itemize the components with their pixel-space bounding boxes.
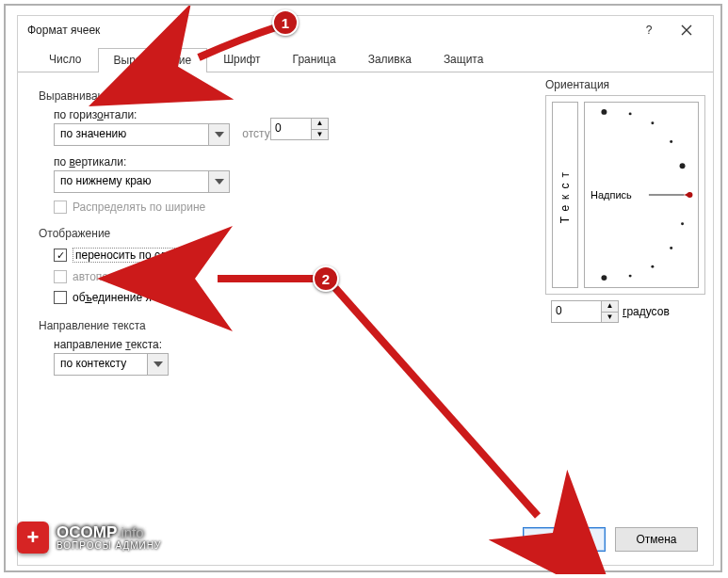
vertical-combo[interactable]: по нижнему краю [54, 170, 230, 193]
svg-point-12 [688, 192, 693, 198]
textdir-combo[interactable]: по контексту [54, 353, 169, 376]
orientation-vertical-button[interactable]: Текст [552, 102, 578, 288]
svg-point-4 [680, 163, 686, 169]
annotation-badge-2: 2 [313, 265, 339, 292]
spin-down-icon: ▼ [602, 313, 619, 324]
screenshot-frame: Формат ячеек ? Число Выравнивание Шрифт … [4, 4, 722, 572]
orientation-panel: Ориентация Текст [545, 78, 705, 323]
titlebar: Формат ячеек ? [18, 16, 713, 44]
degrees-row: 0 ▲ ▼ градусов [545, 300, 705, 323]
watermark-icon: + [17, 522, 49, 554]
distribute-label: Распределять по ширине [73, 201, 205, 214]
orientation-indicator-label: Надпись [590, 189, 632, 201]
textdir-row: направление текста: по контексту [54, 338, 696, 376]
watermark-line2: ВОПРОСЫ АДМИНУ [57, 540, 161, 551]
button-bar: OK Отмена [523, 527, 698, 552]
svg-point-7 [629, 275, 632, 278]
horizontal-combo[interactable]: по значению [54, 123, 230, 146]
indent-value: 0 [270, 118, 312, 140]
vertical-value: по нижнему краю [54, 170, 209, 193]
orientation-label: Ориентация [545, 78, 705, 91]
orientation-box: Текст [545, 95, 705, 295]
tab-alignment[interactable]: Выравнивание [98, 48, 208, 72]
tab-border[interactable]: Граница [277, 47, 352, 72]
indent-spin[interactable]: 0 ▲ ▼ [270, 118, 329, 140]
format-cells-dialog: Формат ячеек ? Число Выравнивание Шрифт … [17, 15, 714, 566]
annotation-badge-1: 1 [272, 9, 299, 36]
merge-checkbox[interactable] [54, 291, 67, 304]
degrees-label: градусов [623, 305, 670, 318]
chevron-down-icon [209, 170, 230, 193]
spin-up-icon: ▲ [312, 118, 329, 130]
svg-point-3 [670, 140, 672, 143]
orientation-dial[interactable]: Надпись [584, 102, 699, 288]
watermark-line1b: .info [117, 524, 143, 540]
shrink-label: автоподбор ширины [73, 270, 179, 283]
orientation-vertical-text: Текст [558, 167, 572, 223]
svg-point-0 [601, 109, 607, 115]
tab-protection[interactable]: Защита [428, 47, 500, 72]
chevron-down-icon [209, 123, 230, 146]
tab-content: Выравнивание по горизонтали: по значению… [18, 72, 713, 523]
close-button[interactable] [668, 17, 705, 43]
cancel-button[interactable]: Отмена [615, 527, 698, 552]
wrap-label: переносить по словам [73, 248, 196, 263]
dialog-title: Формат ячеек [27, 24, 630, 37]
svg-point-5 [670, 247, 672, 249]
shrink-checkbox [54, 270, 67, 283]
watermark-text: OCOMP.info ВОПРОСЫ АДМИНУ [57, 524, 161, 551]
spin-up-icon: ▲ [602, 300, 619, 313]
close-icon [681, 24, 692, 36]
watermark-line1a: OCOMP [57, 523, 117, 541]
tab-fill[interactable]: Заливка [352, 47, 428, 72]
svg-point-9 [681, 222, 684, 225]
chevron-down-icon [148, 353, 169, 376]
merge-label: объединение ячеек [73, 291, 175, 304]
textdir-value: по контексту [54, 353, 148, 376]
svg-point-2 [651, 121, 654, 124]
watermark: + OCOMP.info ВОПРОСЫ АДМИНУ [17, 522, 161, 554]
wrap-checkbox[interactable]: ✓ [54, 249, 67, 262]
tab-font[interactable]: Шрифт [207, 47, 276, 72]
svg-point-6 [651, 265, 654, 268]
svg-point-8 [601, 275, 607, 281]
help-button[interactable]: ? [630, 17, 668, 43]
textdir-label: направление текста: [54, 338, 696, 351]
tab-number[interactable]: Число [33, 47, 98, 72]
tab-strip: Число Выравнивание Шрифт Граница Заливка… [18, 44, 713, 72]
degrees-value: 0 [551, 300, 602, 323]
svg-point-1 [629, 112, 632, 115]
degrees-spin[interactable]: 0 ▲ ▼ [551, 300, 619, 323]
spin-down-icon: ▼ [312, 130, 329, 141]
horizontal-value: по значению [54, 123, 209, 146]
ok-button[interactable]: OK [523, 527, 606, 552]
distribute-checkbox [54, 201, 67, 214]
